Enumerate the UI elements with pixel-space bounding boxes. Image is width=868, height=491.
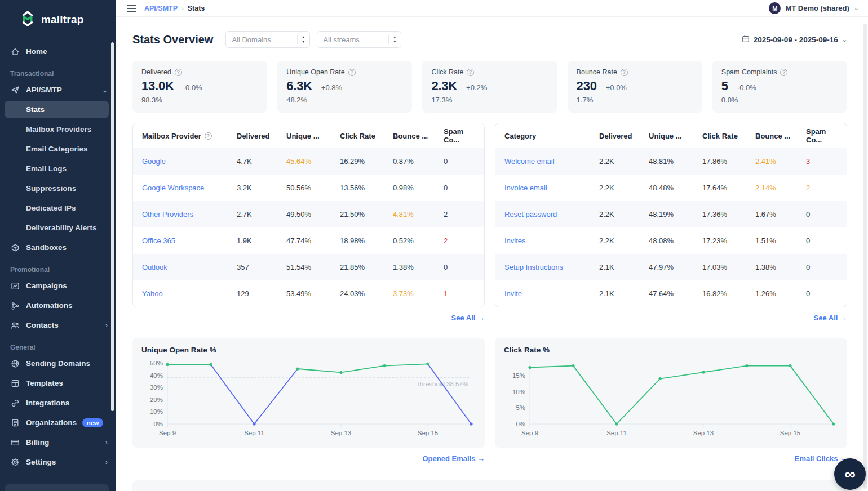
- cell: 1.9K: [237, 236, 286, 245]
- sidebar-item-label: API/SMTP: [26, 86, 62, 94]
- mailbox-provider-table: Mailbox Provider? Delivered Unique ... C…: [132, 123, 485, 307]
- sidebar-item-email-logs[interactable]: Email Logs: [0, 159, 116, 178]
- opened-emails-link[interactable]: Opened Emails →: [422, 454, 485, 463]
- table-row: Invite 2.1K 47.64% 16.82% 1.26% 0: [495, 280, 847, 307]
- breadcrumb-parent[interactable]: API/SMTP: [144, 5, 178, 12]
- date-range-picker[interactable]: 2025-09-09 - 2025-09-16 ⌄: [742, 35, 847, 44]
- sidebar-item-contacts[interactable]: Contacts ›: [0, 315, 116, 335]
- category-link[interactable]: Invites: [504, 236, 599, 245]
- cell: 16.82%: [702, 289, 755, 298]
- main-scrollbar[interactable]: [863, 24, 867, 489]
- sidebar-item-label: Email Categories: [26, 145, 88, 153]
- cell: 1.38%: [393, 263, 444, 271]
- sidebar-item-templates[interactable]: Templates: [0, 373, 116, 393]
- stat-card-bounce-rate: Bounce Rate? 230+0.0% 1.7%: [568, 61, 702, 113]
- sidebar-item-suppressions[interactable]: Suppressions: [0, 178, 116, 198]
- sidebar-item-dedicated-ips[interactable]: Dedicated IPs: [0, 198, 116, 218]
- help-icon[interactable]: ?: [621, 69, 628, 76]
- cell: 3.2K: [237, 184, 286, 192]
- cell: 3.73%: [393, 289, 444, 298]
- column-header: Delivered: [237, 132, 286, 140]
- streams-select-value: All streams: [323, 35, 359, 44]
- svg-text:Sep 15: Sep 15: [418, 430, 438, 436]
- stat-card-sub: 0.0%: [721, 96, 838, 104]
- sidebar-item-mailbox-providers[interactable]: Mailbox Providers: [0, 119, 116, 139]
- help-icon[interactable]: ?: [348, 69, 356, 76]
- chat-widget-button[interactable]: ∞: [834, 458, 866, 490]
- provider-link[interactable]: Office 365: [142, 236, 237, 245]
- next-section-peek: [132, 480, 847, 491]
- help-icon[interactable]: ?: [780, 69, 787, 76]
- provider-link[interactable]: Google: [142, 157, 237, 166]
- sidebar-item-campaigns[interactable]: Campaigns: [0, 276, 116, 296]
- breadcrumb-current: Stats: [188, 5, 205, 12]
- cell: 2: [806, 184, 838, 192]
- table-row: Yahoo 129 53.49% 24.03% 3.73% 1: [133, 280, 484, 307]
- sidebar-item-sandboxes[interactable]: Sandboxes: [0, 238, 116, 257]
- sidebar-next-item-peek: [5, 484, 109, 491]
- provider-link[interactable]: Yahoo: [142, 289, 237, 298]
- see-all-mailbox-link[interactable]: See All →: [451, 314, 485, 322]
- category-link[interactable]: Invoice email: [504, 184, 599, 192]
- chevron-right-icon: ›: [105, 439, 108, 447]
- sidebar-scrollbar[interactable]: [111, 42, 114, 411]
- cell: 45.64%: [286, 157, 340, 166]
- svg-text:5%: 5%: [516, 404, 525, 411]
- cell: 48.19%: [649, 210, 702, 218]
- sidebar-item-integrations[interactable]: Integrations: [0, 393, 116, 413]
- mailtrap-logo[interactable]: mailtrap: [0, 0, 116, 36]
- sandbox-icon: [10, 243, 20, 252]
- table-row: Welcome email 2.2K 48.81% 17.86% 2.41% 3: [495, 148, 847, 175]
- help-icon[interactable]: ?: [467, 69, 474, 76]
- sidebar-item-api-smtp[interactable]: API/SMTP ⌄: [0, 80, 116, 100]
- sidebar-item-deliverability-alerts[interactable]: Deliverability Alerts: [0, 218, 116, 238]
- automations-icon: [10, 301, 20, 310]
- sidebar-item-stats[interactable]: Stats: [5, 101, 109, 118]
- sidebar-item-billing[interactable]: Billing ›: [0, 432, 116, 452]
- category-link[interactable]: Welcome email: [504, 157, 599, 166]
- streams-select[interactable]: All streams ▲▼: [317, 31, 401, 48]
- provider-link[interactable]: Other Providers: [142, 210, 237, 218]
- sidebar-item-automations[interactable]: Automations: [0, 296, 116, 315]
- cell: 17.23%: [702, 236, 755, 245]
- help-icon[interactable]: ?: [205, 132, 212, 140]
- cell: 47.64%: [649, 289, 702, 298]
- sidebar-item-sending-domains[interactable]: Sending Domains: [0, 354, 116, 373]
- svg-text:10%: 10%: [512, 389, 525, 395]
- svg-text:40%: 40%: [150, 372, 163, 379]
- sidebar-item-label: Sandboxes: [26, 243, 67, 252]
- sidebar-item-settings[interactable]: Settings ›: [0, 452, 116, 472]
- cell: 47.74%: [286, 236, 340, 245]
- see-all-category-link[interactable]: See All →: [814, 314, 847, 322]
- table-row: Office 365 1.9K 47.74% 18.98% 0.52% 2: [133, 227, 484, 254]
- cell: 2.2K: [599, 157, 649, 166]
- chevron-down-icon[interactable]: ⌄: [102, 86, 108, 94]
- column-header: Unique ...: [286, 132, 340, 140]
- svg-text:Sep 11: Sep 11: [606, 430, 627, 436]
- cell: 13.56%: [340, 184, 393, 192]
- provider-link[interactable]: Outlook: [142, 263, 237, 271]
- sidebar-item-home[interactable]: Home: [0, 42, 116, 61]
- link-icon: [10, 398, 20, 408]
- sidebar-item-organizations[interactable]: Organizations new: [0, 413, 116, 432]
- cell: 4.7K: [237, 157, 286, 166]
- main-area: API/SMTP › Stats M MT Demo (shared) ⌄ St…: [116, 0, 868, 491]
- topbar: API/SMTP › Stats M MT Demo (shared) ⌄: [116, 0, 868, 17]
- category-link[interactable]: Invite: [504, 289, 599, 298]
- domains-select[interactable]: All Domains ▲▼: [225, 31, 310, 48]
- category-link[interactable]: Setup Instructions: [504, 263, 599, 271]
- sidebar-item-label: Contacts: [26, 321, 59, 329]
- category-link[interactable]: Reset password: [504, 210, 599, 218]
- cell: 0.52%: [393, 236, 444, 245]
- cell: 53.49%: [286, 289, 340, 298]
- svg-text:Sep 9: Sep 9: [521, 430, 538, 436]
- column-header: Bounce ...: [755, 132, 806, 140]
- stat-card-spam-complaints: Spam Complaints? 5-0.0% 0.0%: [712, 61, 847, 113]
- menu-toggle-icon[interactable]: [127, 5, 136, 12]
- provider-link[interactable]: Google Workspace: [142, 184, 237, 192]
- help-icon[interactable]: ?: [175, 69, 182, 76]
- sidebar-item-email-categories[interactable]: Email Categories: [0, 139, 116, 159]
- chart-title: Unique Open Rate %: [141, 346, 476, 354]
- account-menu[interactable]: M MT Demo (shared) ⌄: [769, 2, 859, 14]
- cell: 16.29%: [340, 157, 393, 166]
